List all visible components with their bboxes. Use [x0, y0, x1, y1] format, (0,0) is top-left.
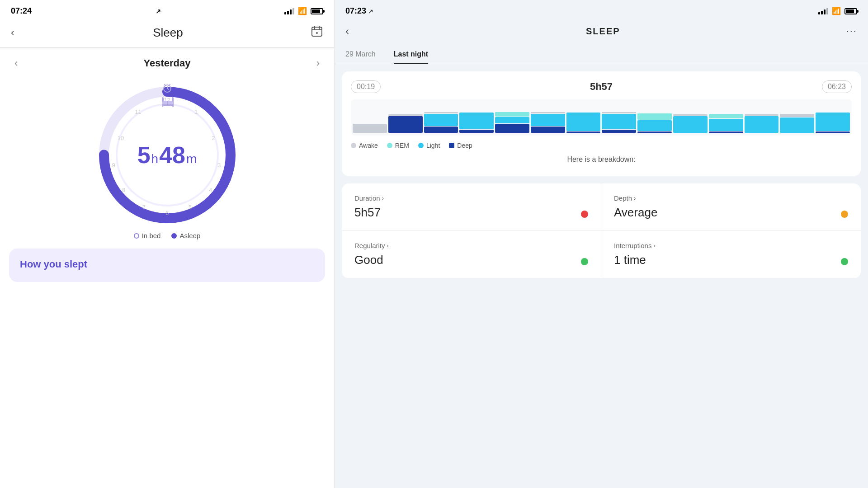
stat-duration: Duration › 5h57 — [342, 183, 601, 231]
stats-grid: Duration › 5h57 Depth › Average Regulari… — [342, 183, 861, 278]
left-back-button[interactable]: ‹ — [11, 26, 25, 39]
clock-m-label: m — [186, 152, 197, 166]
current-date-label: Yesterday — [144, 57, 191, 69]
legend-deep: Deep — [449, 142, 472, 149]
stat-interruptions: Interruptions › 1 time — [601, 231, 861, 278]
sleep-bar-group-4 — [495, 102, 529, 133]
svg-rect-12 — [172, 104, 174, 107]
regularity-arrow: › — [387, 242, 389, 249]
clock-container: 12 1 2 3 4 5 6 7 8 9 10 11 — [0, 78, 334, 249]
clock-num-10: 10 — [118, 134, 124, 141]
right-battery-icon — [844, 8, 857, 14]
clock-time-display: 5 h 48 m — [137, 141, 197, 169]
clock-num-9: 9 — [112, 162, 115, 169]
sleep-chart-section: 00:19 5h57 06:23 Awake REM Light Deep — [342, 71, 861, 176]
sleep-bar-group-0 — [353, 102, 387, 133]
right-wifi-icon: 📶 — [832, 7, 841, 15]
interruptions-arrow: › — [653, 242, 655, 249]
sleep-bar-group-2 — [424, 102, 458, 133]
in-bed-dot — [134, 233, 139, 239]
next-date-button[interactable]: › — [316, 57, 320, 69]
duration-arrow: › — [382, 195, 384, 202]
right-signal-icon — [818, 8, 828, 14]
awake-segment — [353, 124, 387, 133]
stat-depth: Depth › Average — [601, 183, 861, 231]
sleep-end-time: 06:23 — [822, 80, 852, 93]
left-calendar-button[interactable] — [311, 25, 323, 40]
light-segment — [745, 116, 779, 133]
date-navigation: ‹ Yesterday › — [0, 48, 334, 78]
clock-num-5: 5 — [189, 204, 192, 211]
regularity-label[interactable]: Regularity › — [354, 242, 588, 249]
alarm-icon — [162, 83, 173, 94]
legend-light: Light — [418, 142, 440, 149]
left-battery-icon — [311, 8, 323, 14]
depth-label[interactable]: Depth › — [614, 194, 848, 202]
asleep-legend: Asleep — [171, 232, 200, 239]
clock-num-2: 2 — [212, 134, 215, 141]
sleep-chart — [351, 99, 852, 136]
right-back-button[interactable]: ‹ — [345, 25, 360, 38]
regularity-value: Good — [354, 253, 588, 267]
deep-segment — [424, 127, 458, 133]
right-status-bar: 07:23 ↗ 📶 — [335, 0, 868, 19]
clock-num-8: 8 — [122, 186, 125, 193]
tab-last-night[interactable]: Last night — [394, 45, 428, 64]
duration-value: 5h57 — [354, 206, 588, 220]
depth-value: Average — [614, 206, 848, 220]
deep-segment — [602, 130, 636, 133]
sleep-bar-group-7 — [602, 102, 636, 133]
sleep-bar-group-13 — [816, 102, 850, 133]
right-menu-button[interactable]: ··· — [846, 25, 857, 37]
right-location-icon: ↗ — [368, 8, 373, 15]
awake-segment — [388, 114, 423, 116]
right-nav-header: ‹ SLEEP ··· — [335, 19, 868, 45]
deep-segment — [388, 116, 423, 133]
chart-legend: Awake REM Light Deep — [351, 142, 852, 149]
light-segment — [637, 120, 672, 131]
svg-rect-14 — [172, 97, 174, 102]
sleep-times-row: 00:19 5h57 06:23 — [351, 80, 852, 93]
how-slept-title: How you slept — [20, 258, 314, 270]
rem-legend-label: REM — [395, 142, 409, 149]
deep-segment — [709, 131, 743, 133]
sleep-bar-group-8 — [637, 102, 672, 133]
svg-rect-0 — [312, 27, 322, 36]
clock-hours: 5 — [137, 141, 151, 169]
left-status-bar: 07:24 ↗ 📶 — [0, 0, 334, 19]
light-segment — [780, 117, 814, 133]
svg-rect-11 — [162, 104, 163, 107]
left-status-icons: 📶 — [284, 7, 323, 15]
legend-rem: REM — [387, 142, 409, 149]
light-segment — [459, 113, 494, 129]
deep-segment — [459, 130, 494, 133]
tab-29-march[interactable]: 29 March — [345, 45, 376, 64]
rem-segment — [495, 112, 529, 117]
duration-label[interactable]: Duration › — [354, 194, 588, 202]
interruptions-value: 1 time — [614, 253, 848, 267]
awake-segment — [673, 114, 708, 116]
bed-icon — [161, 96, 175, 107]
interruptions-label[interactable]: Interruptions › — [614, 242, 848, 249]
sleep-duration: 5h57 — [590, 81, 613, 93]
light-segment — [495, 117, 529, 123]
asleep-dot — [171, 233, 177, 239]
light-segment — [531, 114, 565, 126]
clock-ring: 12 1 2 3 4 5 6 7 8 9 10 11 — [95, 83, 240, 227]
light-segment — [673, 116, 708, 133]
svg-point-4 — [316, 32, 318, 34]
left-location-icon: ↗ — [156, 8, 161, 15]
in-bed-legend: In bed — [134, 232, 161, 239]
awake-segment — [602, 112, 636, 113]
prev-date-button[interactable]: ‹ — [14, 57, 18, 69]
sleep-bar-group-5 — [531, 102, 565, 133]
left-time: 07:24 — [11, 6, 32, 16]
light-legend-label: Light — [426, 142, 440, 149]
svg-line-17 — [167, 89, 169, 89]
regularity-dot — [581, 258, 588, 265]
left-wifi-icon: 📶 — [298, 7, 307, 15]
rem-segment — [709, 114, 743, 118]
sleep-bar-group-11 — [745, 102, 779, 133]
clock-num-3: 3 — [217, 162, 221, 169]
depth-dot — [841, 211, 848, 218]
